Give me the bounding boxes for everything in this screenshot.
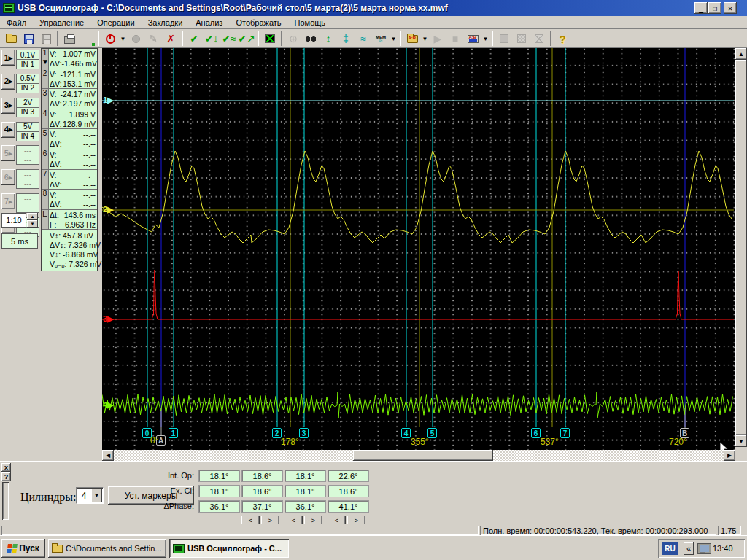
cylinders-select[interactable]: 4 ▼ — [76, 487, 104, 504]
frame-solid-button — [495, 31, 513, 47]
chevron-down-icon[interactable]: ▼ — [91, 489, 102, 502]
marker-1-handle[interactable]: 1 — [169, 428, 178, 438]
channel-2-range[interactable]: 0.5V — [16, 74, 39, 84]
channel-2-position-arrow[interactable]: 2▶ — [103, 206, 114, 214]
check-import-button[interactable]: ✔↓ — [203, 31, 220, 47]
panel-slider[interactable] — [2, 482, 9, 520]
erase-button[interactable]: ✗ — [162, 31, 179, 47]
task-button-2[interactable]: USB Осциллограф - C... — [169, 539, 289, 558]
scroll-down-icon[interactable]: ▼ — [735, 435, 747, 447]
scroll-up-icon[interactable]: ▲ — [735, 48, 747, 60]
channel-6-range[interactable]: --- — [16, 169, 39, 179]
help-button[interactable]: ? — [554, 31, 571, 47]
menu-item-6[interactable]: Отображать — [229, 17, 287, 28]
close-button[interactable]: ✕ — [724, 2, 737, 14]
channel-1-position-arrow[interactable]: 1▶ — [103, 96, 114, 104]
hscroll-thumb[interactable] — [353, 450, 493, 461]
task-button-1[interactable]: C:\Documents and Settin... — [48, 539, 166, 558]
spinner-up-icon[interactable]: ▲ — [27, 213, 38, 220]
language-indicator[interactable]: RU — [662, 542, 678, 555]
menu-item-3[interactable]: Операции — [90, 17, 141, 28]
probe-ratio-spinner[interactable]: ▲ ▼ — [27, 213, 38, 228]
channel-4-position-arrow[interactable]: 4▶ — [103, 401, 114, 409]
save-file-button[interactable] — [20, 31, 37, 47]
measure-wave-button[interactable]: ≈ — [355, 31, 372, 47]
vertical-scrollbar[interactable]: ▲▼ — [735, 48, 747, 448]
memory-button[interactable]: MEM≈ — [372, 31, 390, 47]
restore-button[interactable]: ❐ — [708, 2, 721, 14]
folder-icon — [52, 545, 63, 553]
stop-acquisition-button-dropdown[interactable]: ▼ — [119, 31, 127, 47]
spinner-down-icon[interactable]: ▼ — [27, 220, 38, 228]
search-button[interactable] — [302, 31, 320, 47]
probe-ratio-field[interactable]: 1:10 — [1, 213, 26, 228]
marker-4-handle[interactable]: 4 — [401, 428, 411, 438]
horizontal-scrollbar[interactable]: ◀▶ — [102, 450, 735, 461]
value-text: --.-- — [57, 150, 96, 160]
timebase-field[interactable]: 5 ms — [1, 233, 38, 249]
menu-item-2[interactable]: Управление — [33, 17, 90, 28]
oscilloscope-display[interactable]: 1▶2▶3▶4▶01234567AB0°178°355°537°720° — [102, 48, 735, 450]
vscroll-thumb[interactable] — [735, 60, 747, 435]
start-button[interactable]: Пуск — [1, 539, 45, 558]
value-text: 128.9 mV — [62, 120, 96, 129]
channel-4-button[interactable]: 4▸ — [1, 122, 15, 138]
channel-5-button[interactable]: 5▸ — [1, 145, 15, 161]
channel-3-position-arrow[interactable]: 3▶ — [103, 315, 114, 323]
memory-button-dropdown[interactable]: ▼ — [390, 31, 398, 47]
stat-line: ΔV↕: 7.326 mV — [50, 241, 96, 250]
network-icon[interactable] — [697, 544, 708, 553]
menu-item-4[interactable]: Закладки — [142, 17, 190, 28]
measure-levels-button[interactable]: ‡ — [337, 31, 355, 47]
channel-3-button[interactable]: 3▸ — [1, 98, 15, 114]
channel-4-range[interactable]: 5V — [16, 122, 39, 132]
channel-1-button[interactable]: 1▸ — [1, 50, 15, 66]
channel-7-button[interactable]: 7▸ — [1, 193, 15, 209]
channel-2-button[interactable]: 2▸ — [1, 74, 15, 90]
marker-6-handle[interactable]: 6 — [531, 428, 541, 438]
value-text: --.-- — [57, 190, 96, 200]
marker-7-handle[interactable]: 7 — [560, 428, 570, 438]
menu-item-7[interactable]: Помощь — [288, 17, 333, 28]
panel-help-button[interactable]: ? — [1, 472, 11, 481]
tray-chevron-icon[interactable]: « — [684, 542, 694, 555]
channel-2-input[interactable]: IN 2 — [16, 83, 39, 93]
marker-3-handle[interactable]: 3 — [299, 428, 309, 438]
value-label: V: — [50, 171, 57, 180]
apply-check-button[interactable]: ✔ — [185, 31, 203, 47]
channel-7-range[interactable]: --- — [16, 193, 39, 203]
menu-item-1[interactable]: Файл — [0, 17, 33, 28]
title-bar: USB Осциллограф - C:\Documents and Setti… — [0, 0, 747, 16]
stop-acquisition-button[interactable] — [101, 31, 119, 47]
print-button[interactable] — [61, 31, 78, 47]
channel-4-trace — [102, 392, 733, 418]
script-open-button[interactable] — [403, 31, 421, 47]
auto-markers-button[interactable]: ↕ — [320, 31, 337, 47]
scroll-right-icon[interactable]: ▶ — [724, 450, 735, 461]
menu-item-5[interactable]: Анализ — [189, 17, 229, 28]
channel-4-input[interactable]: IN 4 — [16, 131, 39, 141]
xy-view-button[interactable] — [261, 31, 279, 47]
channel-6-button[interactable]: 6▸ — [1, 169, 15, 185]
scroll-left-icon[interactable]: ◀ — [102, 450, 114, 461]
channel-7-input[interactable]: --- — [16, 203, 39, 213]
open-file-button[interactable] — [2, 31, 20, 47]
script-open-button-dropdown[interactable]: ▼ — [421, 31, 429, 47]
channel-3-range[interactable]: 2V — [16, 98, 39, 108]
value-label: V: — [50, 90, 57, 99]
script-display-button-dropdown[interactable]: ▼ — [481, 31, 489, 47]
print-setup-button[interactable] — [78, 31, 96, 47]
minimize-button[interactable]: _ — [694, 2, 708, 14]
panel-close-button[interactable]: x — [1, 463, 11, 472]
channel-6-input[interactable]: --- — [16, 179, 39, 189]
check-export-button[interactable]: ✔↗ — [238, 31, 255, 47]
channel-5-range[interactable]: --- — [16, 145, 39, 155]
display-abc-icon — [468, 35, 479, 43]
channel-1-input[interactable]: IN 1 — [16, 59, 39, 69]
application-window: USB Осциллограф - C:\Documents and Setti… — [0, 0, 747, 560]
channel-1-range[interactable]: 0.1V — [16, 50, 39, 60]
channel-3-input[interactable]: IN 3 — [16, 107, 39, 117]
check-wave-button[interactable]: ✔≈ — [220, 31, 238, 47]
channel-5-input[interactable]: --- — [16, 155, 39, 165]
script-display-button[interactable] — [464, 31, 481, 47]
